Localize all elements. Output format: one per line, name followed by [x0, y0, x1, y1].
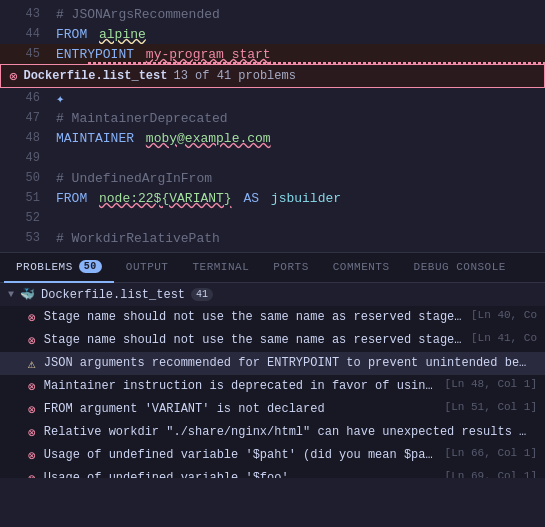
code-line-51: 51 FROM node:22${VARIANT} AS jsbuilder: [0, 188, 545, 208]
problem-location: [Ln 48, Col 1]: [445, 378, 537, 390]
bottom-panel: PROBLEMS 50 OUTPUT TERMINAL PORTS COMMEN…: [0, 253, 545, 478]
error-icon: ⊗: [28, 333, 36, 349]
tab-terminal-label: TERMINAL: [192, 261, 249, 273]
tab-comments-label: COMMENTS: [333, 261, 390, 273]
problem-text: JSON arguments recommended for ENTRYPOIN…: [44, 355, 529, 372]
line-number: 45: [8, 47, 40, 61]
code-line-53: 53 # WorkdirRelativePath: [0, 228, 545, 248]
line-number: 48: [8, 131, 40, 145]
problem-item-highlighted[interactable]: ⚠ JSON arguments recommended for ENTRYPO…: [0, 352, 545, 375]
problem-item[interactable]: ⊗ FROM argument 'VARIANT' is not declare…: [0, 398, 545, 421]
tab-ports-label: PORTS: [273, 261, 309, 273]
problem-location: [Ln 41, Co: [471, 332, 537, 344]
problem-text: Stage name should not use the same name …: [44, 309, 463, 326]
value-token: alpine: [99, 27, 146, 42]
line-number: 49: [8, 151, 40, 165]
value-token: node:22${VARIANT}: [99, 191, 232, 206]
problem-location: [Ln 40, Co: [471, 309, 537, 321]
problems-list[interactable]: ▼ 🐳 Dockerfile.list_test 41 ⊗ Stage name…: [0, 283, 545, 478]
problem-text: Relative workdir "./share/nginx/html" ca…: [44, 424, 529, 441]
error-count: 13 of 41 problems: [173, 69, 295, 83]
keyword-token: AS: [236, 191, 267, 206]
code-content: FROM node:22${VARIANT} AS jsbuilder: [56, 191, 341, 206]
problem-location: [Ln 66, Col 1]: [445, 447, 537, 459]
tab-debug-console[interactable]: DEBUG CONSOLE: [402, 253, 518, 283]
panel-tabs: PROBLEMS 50 OUTPUT TERMINAL PORTS COMMEN…: [0, 253, 545, 283]
keyword-token: ENTRYPOINT: [56, 47, 142, 62]
problem-text: FROM argument 'VARIANT' is not declared: [44, 401, 437, 418]
code-content: # WorkdirRelativePath: [56, 231, 220, 246]
code-content: MAINTAINER moby@example.com: [56, 131, 271, 146]
problem-location: [Ln 51, Col 1]: [445, 401, 537, 413]
code-line-43: 43 # JSONArgsRecommended: [0, 4, 545, 24]
code-content: # MaintainerDeprecated: [56, 111, 228, 126]
code-line-47: 47 # MaintainerDeprecated: [0, 108, 545, 128]
code-line-49: 49: [0, 148, 545, 168]
error-circle-icon: ⊗: [9, 68, 17, 85]
code-content: ENTRYPOINT my-program start: [56, 47, 271, 62]
line-number: 52: [8, 211, 40, 225]
line-number: 46: [8, 91, 40, 105]
code-line-44: 44 FROM alpine: [0, 24, 545, 44]
line-number: 47: [8, 111, 40, 125]
problem-item[interactable]: ⊗ Usage of undefined variable '$foo' [Ln…: [0, 467, 545, 478]
problem-text: Stage name should not use the same name …: [44, 332, 463, 349]
tab-output[interactable]: OUTPUT: [114, 253, 181, 283]
group-count-badge: 41: [191, 288, 213, 301]
tab-problems-label: PROBLEMS: [16, 261, 73, 273]
error-indicator-bar: ⊗ Dockerfile.list_test 13 of 41 problems: [0, 64, 545, 88]
problem-text: Maintainer instruction is deprecated in …: [44, 378, 437, 395]
code-line-48: 48 MAINTAINER moby@example.com: [0, 128, 545, 148]
error-icon: ⊗: [28, 310, 36, 326]
line-number: 50: [8, 171, 40, 185]
error-squiggle: [88, 62, 545, 64]
tab-comments[interactable]: COMMENTS: [321, 253, 402, 283]
problems-badge: 50: [79, 260, 102, 273]
tab-output-label: OUTPUT: [126, 261, 169, 273]
value-token: moby@example.com: [146, 131, 271, 146]
keyword-token: MAINTAINER: [56, 131, 142, 146]
tab-ports[interactable]: PORTS: [261, 253, 321, 283]
error-icon: ⊗: [28, 402, 36, 418]
problem-item[interactable]: ⊗ Stage name should not use the same nam…: [0, 306, 545, 329]
problem-item[interactable]: ⊗ Usage of undefined variable '$paht' (d…: [0, 444, 545, 467]
group-filename: Dockerfile.list_test: [41, 288, 185, 302]
line-number: 51: [8, 191, 40, 205]
tab-terminal[interactable]: TERMINAL: [180, 253, 261, 283]
problem-item[interactable]: ⊗ Stage name should not use the same nam…: [0, 329, 545, 352]
code-content: FROM alpine: [56, 27, 146, 42]
error-icon: ⊗: [28, 471, 36, 478]
code-line-52: 52: [0, 208, 545, 228]
tab-problems[interactable]: PROBLEMS 50: [4, 253, 114, 283]
code-line-46: 46 ✦: [0, 88, 545, 108]
error-filename: Dockerfile.list_test: [23, 69, 167, 83]
problem-text: Usage of undefined variable '$paht' (did…: [44, 447, 437, 464]
line-number: 53: [8, 231, 40, 245]
problem-text: Usage of undefined variable '$foo': [44, 470, 437, 478]
code-line-50: 50 # UndefinedArgInFrom: [0, 168, 545, 188]
code-content: # UndefinedArgInFrom: [56, 171, 212, 186]
keyword-token: FROM: [56, 191, 95, 206]
value-token: my-program start: [146, 47, 271, 62]
error-icon: ⊗: [28, 448, 36, 464]
chevron-icon: ▼: [8, 289, 14, 300]
tab-debug-label: DEBUG CONSOLE: [414, 261, 506, 273]
sparkle-icon: ✦: [56, 90, 64, 107]
code-line-45: 45 ENTRYPOINT my-program start: [0, 44, 545, 64]
code-content: # JSONArgsRecommended: [56, 7, 220, 22]
error-icon: ⊗: [28, 379, 36, 395]
keyword-token: FROM: [56, 27, 95, 42]
line-number: 43: [8, 7, 40, 21]
problems-group-header[interactable]: ▼ 🐳 Dockerfile.list_test 41: [0, 283, 545, 306]
editor-area: 43 # JSONArgsRecommended 44 FROM alpine …: [0, 0, 545, 253]
problem-location: [Ln 69, Col 1]: [445, 470, 537, 478]
line-number: 44: [8, 27, 40, 41]
problem-item[interactable]: ⊗ Relative workdir "./share/nginx/html" …: [0, 421, 545, 444]
error-icon: ⊗: [28, 425, 36, 441]
warn-icon: ⚠: [28, 356, 36, 372]
problem-item[interactable]: ⊗ Maintainer instruction is deprecated i…: [0, 375, 545, 398]
alias-token: jsbuilder: [271, 191, 341, 206]
file-icon: 🐳: [20, 287, 35, 302]
